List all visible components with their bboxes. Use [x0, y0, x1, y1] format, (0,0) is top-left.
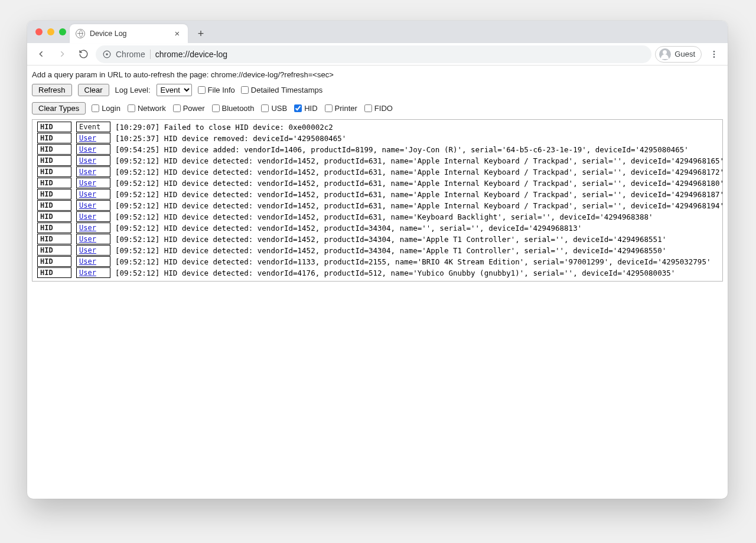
file-info-input[interactable] — [198, 86, 206, 94]
log-type-tag: HID — [37, 223, 71, 233]
profile-chip[interactable]: Guest — [655, 46, 702, 63]
log-level-tag[interactable]: User — [76, 155, 110, 166]
log-row: HIDEvent[10:29:07] Failed to close HID d… — [35, 122, 726, 132]
log-message: [09:54:25] HID device added: vendorId=14… — [113, 144, 726, 155]
log-level-tag[interactable]: User — [76, 166, 110, 177]
minimize-window-icon[interactable] — [47, 28, 54, 35]
log-message: [09:52:12] HID device detected: vendorId… — [113, 256, 726, 267]
log-message: [09:52:12] HID device detected: vendorId… — [113, 178, 726, 188]
log-row: HIDUser[09:52:12] HID device detected: v… — [35, 166, 726, 177]
detailed-timestamps-checkbox[interactable]: Detailed Timestamps — [241, 86, 322, 94]
type-filter-hid[interactable]: HID — [294, 104, 317, 113]
log-type-tag: HID — [37, 200, 71, 211]
type-filter-printer[interactable]: Printer — [325, 104, 357, 113]
clear-button[interactable]: Clear — [78, 84, 109, 96]
tab-strip: Device Log × + — [27, 21, 728, 43]
log-level-tag[interactable]: User — [76, 223, 110, 233]
address-bar[interactable]: Chrome chrome://device-log — [96, 45, 651, 63]
log-row: HIDUser[09:52:12] HID device detected: v… — [35, 200, 726, 211]
log-type-tag: HID — [37, 189, 71, 199]
log-row: HIDUser[09:52:12] HID device detected: v… — [35, 155, 726, 166]
log-message: [09:52:12] HID device detected: vendorId… — [113, 211, 726, 222]
log-message: [09:52:12] HID device detected: vendorId… — [113, 189, 726, 199]
log-container: HIDEvent[10:29:07] Failed to close HID d… — [32, 119, 723, 282]
log-level-select[interactable]: Event — [157, 84, 192, 96]
log-row: HIDUser[09:52:12] HID device detected: v… — [35, 178, 726, 188]
clear-types-button[interactable]: Clear Types — [32, 102, 86, 115]
type-filter-hid-input[interactable] — [294, 104, 302, 112]
browser-tab[interactable]: Device Log × — [70, 24, 188, 43]
log-row: HIDUser[09:52:12] HID device detected: v… — [35, 267, 726, 278]
type-filter-login-input[interactable] — [92, 104, 99, 112]
log-type-tag: HID — [37, 234, 71, 244]
log-level-tag: Event — [76, 122, 110, 132]
log-level-tag[interactable]: User — [76, 178, 110, 188]
forward-button[interactable] — [53, 45, 71, 63]
type-filter-bluetooth-input[interactable] — [212, 104, 220, 112]
controls-row-1: Refresh Clear Log Level: Event File Info… — [31, 83, 724, 101]
type-filter-usb[interactable]: USB — [261, 104, 287, 113]
log-message: [10:25:37] HID device removed: deviceId=… — [113, 133, 726, 143]
svg-point-4 — [713, 56, 715, 58]
log-level-tag[interactable]: User — [76, 144, 110, 155]
log-level-tag[interactable]: User — [76, 267, 110, 278]
log-type-tag: HID — [37, 144, 71, 155]
log-type-tag: HID — [37, 256, 71, 267]
file-info-checkbox[interactable]: File Info — [198, 86, 235, 94]
log-row: HIDUser[09:52:12] HID device detected: v… — [35, 211, 726, 222]
log-level-tag[interactable]: User — [76, 211, 110, 222]
log-level-label: Log Level: — [115, 86, 151, 94]
log-row: HIDUser[09:52:12] HID device detected: v… — [35, 189, 726, 199]
type-filter-power[interactable]: Power — [173, 104, 205, 113]
browser-toolbar: Chrome chrome://device-log Guest — [27, 43, 728, 66]
detailed-timestamps-input[interactable] — [241, 86, 249, 94]
log-type-tag: HID — [37, 178, 71, 188]
type-filter-network-input[interactable] — [128, 104, 135, 112]
log-row: HIDUser[10:25:37] HID device removed: de… — [35, 133, 726, 143]
type-filter-usb-input[interactable] — [261, 104, 269, 112]
refresh-button[interactable]: Refresh — [32, 84, 72, 96]
maximize-window-icon[interactable] — [59, 28, 66, 35]
log-level-tag[interactable]: User — [76, 133, 110, 143]
log-type-tag: HID — [37, 245, 71, 256]
page-content: Add a query param in URL to auto-refresh… — [27, 66, 728, 284]
new-tab-button[interactable]: + — [193, 25, 209, 42]
log-table: HIDEvent[10:29:07] Failed to close HID d… — [35, 121, 726, 279]
type-filter-fido-input[interactable] — [364, 104, 372, 112]
log-type-tag: HID — [37, 122, 71, 132]
log-type-tag: HID — [37, 133, 71, 143]
type-filter-bluetooth[interactable]: Bluetooth — [212, 104, 255, 113]
refresh-hint: Add a query param in URL to auto-refresh… — [31, 68, 724, 83]
log-row: HIDUser[09:54:25] HID device added: vend… — [35, 144, 726, 155]
type-filter-fido[interactable]: FIDO — [364, 104, 393, 113]
overflow-menu-button[interactable] — [705, 45, 723, 63]
log-row: HIDUser[09:52:12] HID device detected: v… — [35, 245, 726, 256]
log-row: HIDUser[09:52:12] HID device detected: v… — [35, 234, 726, 244]
window-controls — [35, 28, 66, 35]
type-filter-network[interactable]: Network — [128, 104, 166, 113]
type-filter-power-input[interactable] — [173, 104, 181, 112]
log-message: [09:52:12] HID device detected: vendorId… — [113, 200, 726, 211]
log-level-tag[interactable]: User — [76, 256, 110, 267]
log-message: [09:52:12] HID device detected: vendorId… — [113, 245, 726, 256]
svg-point-3 — [713, 53, 715, 55]
log-message: [09:52:12] HID device detected: vendorId… — [113, 166, 726, 177]
site-info-icon[interactable] — [103, 50, 111, 58]
back-button[interactable] — [32, 45, 50, 63]
type-filter-login[interactable]: Login — [92, 104, 120, 113]
close-tab-icon[interactable]: × — [172, 29, 182, 38]
reload-button[interactable] — [74, 45, 92, 63]
log-level-tag[interactable]: User — [76, 234, 110, 244]
log-level-tag[interactable]: User — [76, 245, 110, 256]
log-message: [09:52:12] HID device detected: vendorId… — [113, 223, 726, 233]
log-type-tag: HID — [37, 166, 71, 177]
browser-window: Device Log × + Chrome chrome://device-lo… — [27, 21, 728, 499]
close-window-icon[interactable] — [35, 28, 43, 35]
profile-label: Guest — [674, 50, 695, 58]
tab-title: Device Log — [90, 30, 168, 38]
log-level-tag[interactable]: User — [76, 189, 110, 199]
url-text: chrome://device-log — [155, 50, 227, 59]
log-type-tag: HID — [37, 211, 71, 222]
type-filter-printer-input[interactable] — [325, 104, 333, 112]
log-level-tag[interactable]: User — [76, 200, 110, 211]
